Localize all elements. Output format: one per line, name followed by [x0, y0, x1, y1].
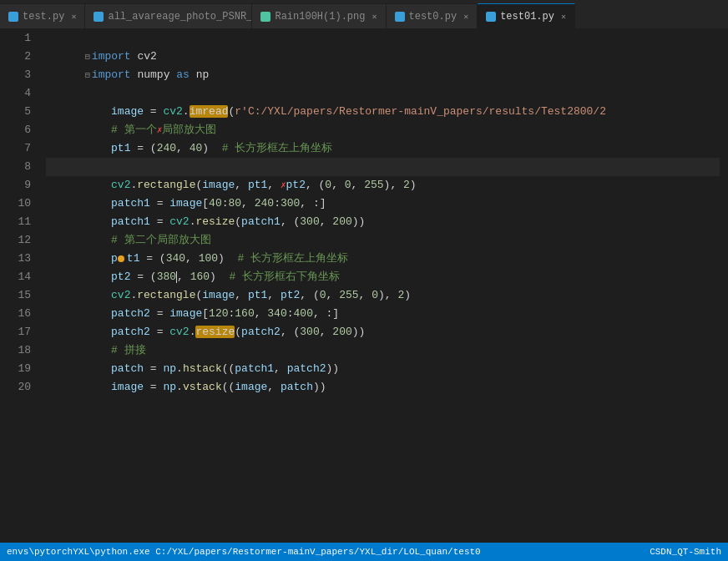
status-run-path: envs\pytorchYXL\python.exe C:/YXL/papers…: [7, 547, 481, 557]
line-num-16: 16: [0, 305, 31, 323]
code-line-5: # 第一个✗局部放大图: [46, 103, 720, 121]
status-brand: CSDN_QT-Smith: [650, 547, 721, 557]
status-left: envs\pytorchYXL\python.exe C:/YXL/papers…: [7, 547, 481, 557]
tab-bar: test.py ✕ all_avareage_photo_PSNR_SSIM.p…: [0, 0, 728, 29]
line-num-2: 2: [0, 48, 31, 66]
code-line-1: ⊟import cv2: [46, 29, 720, 48]
tab-test0[interactable]: test0.py ✕: [387, 3, 478, 28]
tab-close-test01[interactable]: ✕: [561, 12, 566, 22]
line-num-20: 20: [0, 378, 31, 397]
tab-icon-test01: [486, 12, 496, 22]
code-editor[interactable]: ⊟import cv2 ⊟import numpy as np image = …: [38, 29, 720, 543]
code-line-14: cv2.rectangle(image, pt1, pt2, (0, 255, …: [46, 268, 720, 286]
tab-test-py[interactable]: test.py ✕: [0, 3, 85, 28]
code-line-16: patch2 = cv2.resize(patch2, (300, 200)): [46, 305, 720, 323]
status-bar: envs\pytorchYXL\python.exe C:/YXL/papers…: [0, 543, 728, 561]
scrollbar-vertical[interactable]: [720, 29, 728, 543]
code-line-12: pt1 = (340, 100) # 长方形框左上角坐标: [46, 231, 720, 250]
code-line-2: ⊟import numpy as np: [46, 48, 720, 66]
code-line-19: image = np.vstack((image, patch)): [46, 360, 720, 378]
status-right: CSDN_QT-Smith: [650, 547, 721, 557]
tab-close-png[interactable]: ✕: [372, 12, 377, 22]
line-num-4: 4: [0, 84, 31, 103]
code-line-20: [46, 378, 720, 397]
code-line-13: pt2 = (380, 160) # 长方形框右下角坐标: [46, 250, 720, 268]
line-num-1: 1: [0, 29, 31, 48]
line-num-15: 15: [0, 286, 31, 305]
tab-icon-avareage: [94, 12, 104, 22]
tab-png[interactable]: Rain100H(1).png ✕: [252, 3, 386, 28]
code-line-4: image = cv2.imread(r'C:/YXL/papers/Resto…: [46, 84, 720, 103]
line-num-17: 17: [0, 323, 31, 341]
code-line-18: patch = np.hstack((patch1, patch2)): [46, 341, 720, 360]
tab-label-test01: test01.py: [500, 11, 554, 23]
editor-container: 1 2 3 4 5 6 7 8 9 10 11 12 13 14 15 16 1…: [0, 29, 728, 543]
line-num-7: 7: [0, 139, 31, 158]
line-num-9: 9: [0, 176, 31, 195]
code-line-7: pt2 = (300, 80) # 长方形框右下角坐标: [46, 139, 720, 158]
code-line-10: patch1 = cv2.resize(patch1, (300, 200)): [46, 195, 720, 213]
tab-label-test: test.py: [23, 11, 64, 23]
tab-close-test0[interactable]: ✕: [463, 12, 468, 22]
code-line-17: # 拼接: [46, 323, 720, 341]
tab-icon-test: [8, 12, 18, 22]
tab-test01[interactable]: test01.py ✕: [478, 3, 575, 28]
line-number-gutter: 1 2 3 4 5 6 7 8 9 10 11 12 13 14 15 16 1…: [0, 29, 38, 543]
code-line-3: [46, 66, 720, 84]
tab-icon-png: [260, 12, 270, 22]
tab-close-test[interactable]: ✕: [71, 12, 76, 22]
code-line-15: patch2 = image[120:160, 340:400, :]: [46, 286, 720, 305]
line-num-18: 18: [0, 341, 31, 360]
line-num-5: 5: [0, 103, 31, 121]
tab-avareage[interactable]: all_avareage_photo_PSNR_SSIM.py ✕: [85, 3, 252, 28]
line-num-11: 11: [0, 213, 31, 231]
line-num-10: 10: [0, 195, 31, 213]
line-num-14: 14: [0, 268, 31, 286]
tab-label-png: Rain100H(1).png: [275, 11, 365, 23]
line-num-6: 6: [0, 121, 31, 139]
line-num-19: 19: [0, 360, 31, 378]
code-line-11: # 第二个局部放大图: [46, 213, 720, 231]
line-num-12: 12: [0, 231, 31, 250]
code-line-9: patch1 = image[40:80, 240:300, :]: [46, 176, 720, 195]
code-line-6: pt1 = (240, 40) # 长方形框左上角坐标: [46, 121, 720, 139]
line-num-13: 13: [0, 250, 31, 268]
code-line-8: cv2.rectangle(image, pt1, ✗pt2, (0, 0, 2…: [46, 158, 720, 176]
line-num-3: 3: [0, 66, 31, 84]
tab-label-avareage: all_avareage_photo_PSNR_SSIM.py: [108, 11, 252, 23]
tab-icon-test0: [395, 12, 405, 22]
line-num-8: 8: [0, 158, 31, 176]
tab-label-test0: test0.py: [409, 11, 458, 23]
